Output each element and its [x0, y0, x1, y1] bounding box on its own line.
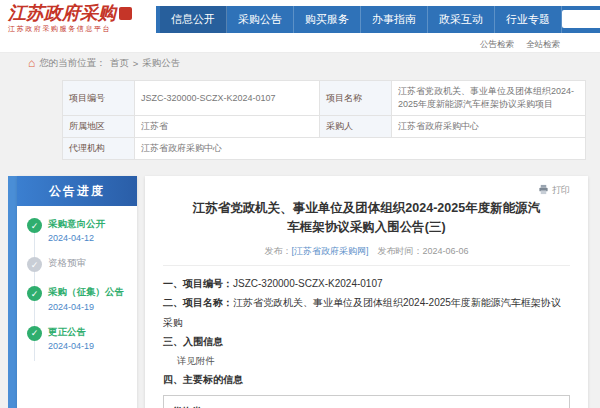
timeline-step-label: 采购意向公开 [48, 218, 105, 230]
table-row: 所属地区 江苏省 采购人 江苏省政府采购中心 [63, 116, 586, 138]
site-search-link[interactable]: 全站检索 [526, 39, 560, 51]
section-project-number: 一、项目编号：JSZC-320000-SCZX-K2024-0107 [163, 274, 570, 294]
printer-icon [538, 184, 549, 197]
table-row: 项目编号 JSZC-320000-SCZX-K2024-0107 项目名称 江苏… [63, 81, 586, 116]
top-header: 江苏政府采购 江苏政府采购服务信息平台 信息公开 采购公告 购买服务 办事指南 … [0, 0, 600, 38]
announcement-search-link[interactable]: 公告检索 [480, 39, 514, 51]
project-number-label: 项目编号 [63, 81, 135, 116]
timeline-step-date: 2024-04-19 [48, 302, 124, 312]
progress-timeline: ✓ 采购意向公开 2024-04-12 ✓ 资格预审 ✓ 采购（征集）公告 [17, 206, 137, 375]
region-value: 江苏省 [135, 116, 320, 138]
check-icon: ✓ [27, 257, 42, 272]
main-nav: 信息公开 采购公告 购买服务 办事指南 政采互动 行业专题 [156, 6, 600, 33]
progress-panel-title: 公告进度 [17, 176, 137, 206]
timeline-step-label: 采购（征集）公告 [48, 286, 124, 298]
publish-time: 2024-06-06 [422, 246, 468, 256]
content-area: 公告进度 ✓ 采购意向公开 2024-04-12 ✓ 资格预审 ✓ [0, 166, 600, 408]
timeline-step-intent[interactable]: ✓ 采购意向公开 2024-04-12 [27, 218, 129, 243]
nav-item-guide[interactable]: 办事指南 [361, 6, 428, 33]
timeline-step-date: 2024-04-12 [48, 233, 105, 243]
announcement-article: 打印 江苏省党政机关、事业单位及团体组织2024-2025年度新能源汽车框架协议… [145, 176, 588, 408]
project-name-value: 江苏省党政机关、事业单位及团体组织2024-2025年度新能源汽车框架协议采购项… [392, 81, 586, 116]
breadcrumb-separator: > [133, 58, 139, 69]
publish-label: 发布： [264, 246, 291, 256]
section-project-name: 二、项目名称：江苏省党政机关、事业单位及团体组织2024-2025年度新能源汽车… [163, 293, 570, 332]
article-meta: 发布：[江苏省政府采购网] 发布时间：2024-06-06 [163, 245, 570, 266]
home-icon: ⌂ [28, 57, 35, 69]
nav-item-interaction[interactable]: 政采互动 [428, 6, 495, 33]
table-row: 代理机构 江苏省政府采购中心 [63, 138, 586, 160]
left-accent-stripe [8, 176, 17, 408]
logo-seal-icon [119, 7, 132, 20]
timeline-step-label: 更正公告 [48, 326, 94, 338]
check-icon: ✓ [27, 326, 42, 341]
site-logo[interactable]: 江苏政府采购 江苏政府采购服务信息平台 [8, 4, 156, 34]
nav-item-special-topic[interactable]: 行业专题 [495, 6, 562, 33]
check-icon: ✓ [27, 218, 42, 233]
goods-category-title: 货物类 [172, 402, 561, 408]
region-label: 所属地区 [63, 116, 135, 138]
article-title: 江苏省党政机关、事业单位及团体组织2024-2025年度新能源汽车框架协议采购入… [189, 199, 544, 238]
publish-source: [江苏省政府采购网] [291, 246, 368, 256]
breadcrumb: ⌂ 您的当前位置： 首页 > 采购公告 [0, 53, 600, 73]
logo-title: 江苏政府采购 [8, 4, 116, 22]
section-shortlist-info: 三、入围信息 [163, 332, 570, 352]
timeline-step-correction-notice[interactable]: ✓ 更正公告 2024-04-19 [27, 326, 129, 351]
nav-item-procurement-notice[interactable]: 采购公告 [227, 6, 294, 33]
logo-subtitle: 江苏政府采购服务信息平台 [8, 24, 156, 34]
nav-item-info-disclosure[interactable]: 信息公开 [160, 6, 227, 33]
progress-panel: 公告进度 ✓ 采购意向公开 2024-04-12 ✓ 资格预审 ✓ [17, 176, 137, 408]
progress-sidebar: 公告进度 ✓ 采购意向公开 2024-04-12 ✓ 资格预审 ✓ [8, 176, 137, 408]
check-icon: ✓ [27, 286, 42, 301]
goods-category-box: 货物类 详见附件内容 [163, 395, 570, 408]
nav-item-purchase-service[interactable]: 购买服务 [294, 6, 361, 33]
timeline-step-label: 资格预审 [48, 257, 86, 269]
article-body: 一、项目编号：JSZC-320000-SCZX-K2024-0107 二、项目名… [163, 274, 570, 408]
attachment-note[interactable]: 详见附件 [163, 352, 570, 371]
publish-time-label: 发布时间： [368, 246, 422, 256]
project-name-label: 项目名称 [320, 81, 392, 116]
purchaser-label: 采购人 [320, 116, 392, 138]
quick-links-strip: 公告检索 全站检索 [0, 38, 600, 53]
agency-value: 江苏省政府采购中心 [135, 138, 586, 160]
agency-label: 代理机构 [63, 138, 135, 160]
search-input[interactable] [562, 10, 600, 28]
breadcrumb-home-link[interactable]: 首页 [110, 57, 129, 70]
print-button[interactable]: 打印 [163, 184, 570, 197]
breadcrumb-prefix: 您的当前位置： [39, 57, 106, 70]
breadcrumb-current: 采购公告 [142, 57, 180, 70]
timeline-step-date: 2024-04-19 [48, 341, 94, 351]
timeline-step-prequalification[interactable]: ✓ 资格预审 [27, 257, 129, 272]
timeline-step-solicitation-notice[interactable]: ✓ 采购（征集）公告 2024-04-19 [27, 286, 129, 311]
search-group [562, 10, 600, 28]
print-label: 打印 [552, 184, 570, 197]
project-info-table: 项目编号 JSZC-320000-SCZX-K2024-0107 项目名称 江苏… [62, 80, 586, 160]
section-subject-info: 四、主要标的信息 [163, 370, 570, 390]
purchaser-value: 江苏省政府采购中心 [392, 116, 586, 138]
project-number-value: JSZC-320000-SCZX-K2024-0107 [135, 81, 320, 116]
